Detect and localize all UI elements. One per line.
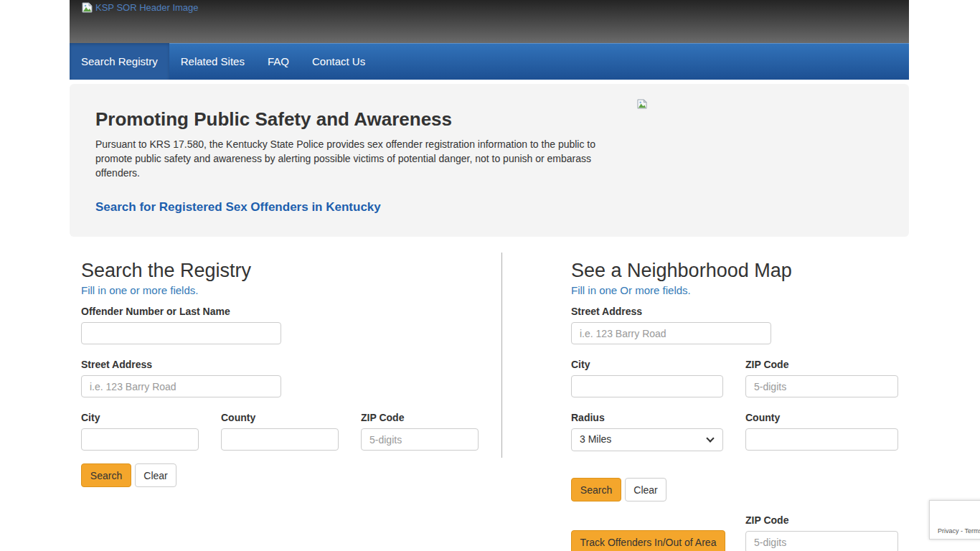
radius-selected-value: 3 Miles	[580, 433, 611, 445]
registry-form-hint: Fill in one or more fields.	[81, 284, 198, 296]
street-address-label: Street Address	[81, 359, 152, 370]
map-form-title: See a Neighborhood Map	[571, 260, 792, 282]
hero-description: Pursuant to KRS 17.580, the Kentucky Sta…	[95, 137, 605, 180]
page: KSP SOR Header Image Search Registry Rel…	[0, 0, 980, 551]
site-header: KSP SOR Header Image	[70, 0, 909, 43]
county-input[interactable]	[221, 428, 339, 451]
search-offenders-link[interactable]: Search for Registered Sex Offenders in K…	[95, 200, 381, 215]
site-container: KSP SOR Header Image Search Registry Rel…	[70, 0, 909, 237]
map-zip-code-input[interactable]	[745, 375, 898, 397]
search-registry-form: Search the Registry Fill in one or more …	[81, 253, 483, 496]
map-county-label: County	[745, 412, 780, 423]
zip-code-input[interactable]	[361, 428, 479, 451]
city-label: City	[81, 412, 100, 423]
neighborhood-map-form: See a Neighborhood Map Fill in one Or mo…	[571, 253, 908, 551]
main-navigation: Search Registry Related Sites FAQ Contac…	[70, 43, 909, 80]
street-address-input[interactable]	[81, 375, 281, 397]
county-label: County	[221, 412, 255, 423]
radius-label: Radius	[571, 412, 605, 423]
nav-item-contact-us[interactable]: Contact Us	[301, 43, 377, 80]
recaptcha-privacy-terms-links[interactable]: Privacy - Terms	[930, 527, 980, 534]
track-zip-code-label: ZIP Code	[745, 514, 788, 526]
header-image-alt-text: KSP SOR Header Image	[95, 2, 199, 13]
hero-title: Promoting Public Safety and Awareness	[95, 108, 452, 131]
map-form-hint: Fill in one Or more fields.	[571, 284, 691, 296]
offender-number-label: Offender Number or Last Name	[81, 306, 230, 317]
offender-number-input[interactable]	[81, 322, 281, 344]
map-city-label: City	[571, 359, 590, 370]
recaptcha-badge[interactable]: Privacy - Terms	[929, 500, 980, 540]
registry-search-button[interactable]: Search	[81, 463, 131, 487]
forms-section: Search the Registry Fill in one or more …	[70, 253, 909, 551]
map-search-button[interactable]: Search	[571, 478, 621, 501]
chevron-down-icon	[706, 434, 714, 442]
nav-item-related-sites[interactable]: Related Sites	[169, 43, 256, 80]
zip-code-label: ZIP Code	[361, 412, 404, 423]
registry-clear-button[interactable]: Clear	[135, 463, 176, 487]
nav-item-search-registry[interactable]: Search Registry	[70, 43, 169, 80]
map-street-address-input[interactable]	[571, 322, 771, 344]
map-street-address-label: Street Address	[571, 306, 642, 317]
broken-image-icon	[82, 2, 93, 16]
column-divider	[501, 253, 502, 458]
radius-select[interactable]: 3 Miles	[571, 428, 723, 451]
broken-image-icon	[637, 99, 647, 112]
track-offenders-button[interactable]: Track Offenders In/Out of Area	[571, 530, 725, 551]
map-clear-button[interactable]: Clear	[625, 478, 666, 501]
header-logo-link[interactable]: KSP SOR Header Image	[82, 2, 199, 16]
hero-panel: Promoting Public Safety and Awareness Pu…	[70, 84, 909, 237]
map-zip-code-label: ZIP Code	[745, 359, 788, 370]
registry-form-title: Search the Registry	[81, 260, 251, 282]
map-county-input[interactable]	[745, 428, 898, 451]
map-city-input[interactable]	[571, 375, 723, 397]
track-zip-code-input[interactable]	[745, 531, 898, 551]
city-input[interactable]	[81, 428, 199, 451]
nav-item-faq[interactable]: FAQ	[256, 43, 301, 80]
